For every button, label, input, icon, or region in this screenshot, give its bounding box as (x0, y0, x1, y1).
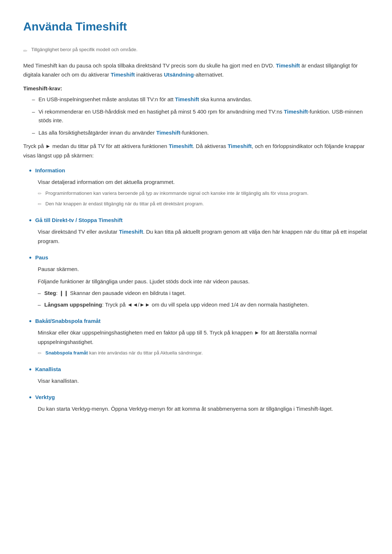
feature-verktyg-title: Verktyg (35, 393, 55, 402)
feature-bakaat: • Bakåt/Snabbspola framåt Minskar eller … (29, 316, 369, 357)
feature-information: • Information Visar detaljerad informati… (29, 166, 369, 208)
feature-kanallista-body: Visar kanallistan. (29, 376, 369, 386)
bullet-dot-2: • (29, 216, 32, 225)
bullet-dot-3: • (29, 253, 32, 262)
bullet-dot-4: • (29, 316, 32, 326)
note-icon: ✏ (23, 47, 28, 55)
utsandning-link[interactable]: Utsändning (164, 71, 194, 78)
feature-direkt-tv-body: Visar direktsänd TV eller avslutar Times… (29, 227, 369, 246)
feature-paus-title: Paus (35, 253, 48, 262)
requirement-1: En USB-inspelningsenhet måste anslutas t… (32, 95, 369, 104)
feature-direkt-tv: • Gå till Direkt-tv / Stoppa Timeshift V… (29, 216, 369, 246)
bakaat-alert: ✏ Snabbspola framåt kan inte användas nä… (38, 349, 369, 357)
paus-subitem-langsam: Långsam uppspelning: Tryck på ◄◄/►► om d… (38, 300, 369, 309)
timeshift-link-direkt[interactable]: Timeshift (119, 229, 143, 235)
note-icon-bakaat: ✏ (38, 350, 42, 357)
page-title: Använda Timeshift (23, 17, 369, 36)
bullet-dot-5: • (29, 365, 32, 374)
timeshift-link-req1[interactable]: Timeshift (175, 96, 199, 102)
intro-paragraph-1: Med Timeshift kan du pausa och spola til… (23, 61, 369, 79)
availability-note: ✏ Tillgänglighet beror på specifik model… (23, 46, 369, 55)
note-text-bakaat: Snabbspola framåt kan inte användas när … (45, 349, 203, 357)
timeshift-link-act1[interactable]: Timeshift (169, 143, 193, 149)
feature-verktyg-body: Du kan starta Verktyg-menyn. Öppna Verkt… (29, 404, 369, 414)
timeshift-link-req3[interactable]: Timeshift (156, 130, 180, 136)
snabbspola-link[interactable]: Snabbspola framåt (45, 350, 88, 356)
note-icon-info-2: ✏ (38, 201, 42, 208)
availability-note-text: Tillgänglighet beror på specifik modell … (31, 46, 138, 53)
feature-information-title: Information (35, 166, 65, 175)
feature-kanallista-title: Kanallista (35, 365, 61, 374)
timeshift-link-2[interactable]: Timeshift (111, 71, 135, 78)
feature-direkt-tv-title: Gå till Direkt-tv / Stoppa Timeshift (35, 216, 123, 225)
feature-paus: • Paus Pausar skärmen. Följande funktion… (29, 253, 369, 309)
feature-paus-body2: Följande funktioner är tillgängliga unde… (29, 277, 369, 286)
stoppa-timeshift-link[interactable]: Stoppa Timeshift (78, 217, 122, 223)
feature-kanallista: • Kanallista Visar kanallistan. (29, 365, 369, 386)
requirements-list: En USB-inspelningsenhet måste anslutas t… (23, 95, 369, 137)
note-text-info-1: Programinformationen kan variera beroend… (45, 190, 309, 197)
feature-information-notes: ✏ Programinformationen kan variera beroe… (29, 190, 369, 209)
requirement-2: Vi rekommenderar en USB-hårddisk med en … (32, 107, 369, 125)
feature-verktyg: • Verktyg Du kan starta Verktyg-menyn. Ö… (29, 393, 369, 414)
feature-bakaat-notes: ✏ Snabbspola framåt kan inte användas nä… (29, 349, 369, 357)
bullet-dot-6: • (29, 393, 32, 402)
timeshift-link-req2[interactable]: Timeshift (284, 108, 308, 115)
activation-paragraph: Tryck på ► medan du tittar på TV för att… (23, 141, 369, 160)
note-icon-info-1: ✏ (38, 190, 42, 198)
info-note-2: ✏ Den här knappen är endast tillgänglig … (38, 200, 369, 208)
timeshift-link-1[interactable]: Timeshift (276, 62, 300, 69)
ga-till-direkt-link[interactable]: Gå till Direkt-tv (35, 217, 74, 223)
timeshift-link-act2[interactable]: Timeshift (228, 143, 252, 149)
requirements-label: Timeshift-krav: (23, 84, 369, 93)
feature-list: • Information Visar detaljerad informati… (23, 166, 369, 414)
info-note-1: ✏ Programinformationen kan variera beroe… (38, 190, 369, 198)
feature-information-body: Visar detaljerad information om det aktu… (29, 177, 369, 187)
bullet-dot-1: • (29, 166, 32, 175)
paus-subitems: Steg: ❙❙ Skannar den pausade videon en b… (29, 289, 369, 309)
paus-subitem-steg: Steg: ❙❙ Skannar den pausade videon en b… (38, 289, 369, 297)
feature-paus-body1: Pausar skärmen. (29, 264, 369, 274)
requirement-3: Läs alla försiktighetsåtgärder innan du … (32, 128, 369, 137)
feature-bakaat-body: Minskar eller ökar uppspelningshastighet… (29, 328, 369, 346)
feature-bakaat-title: Bakåt/Snabbspola framåt (35, 316, 101, 326)
note-text-info-2: Den här knappen är endast tillgänglig nä… (45, 200, 204, 208)
